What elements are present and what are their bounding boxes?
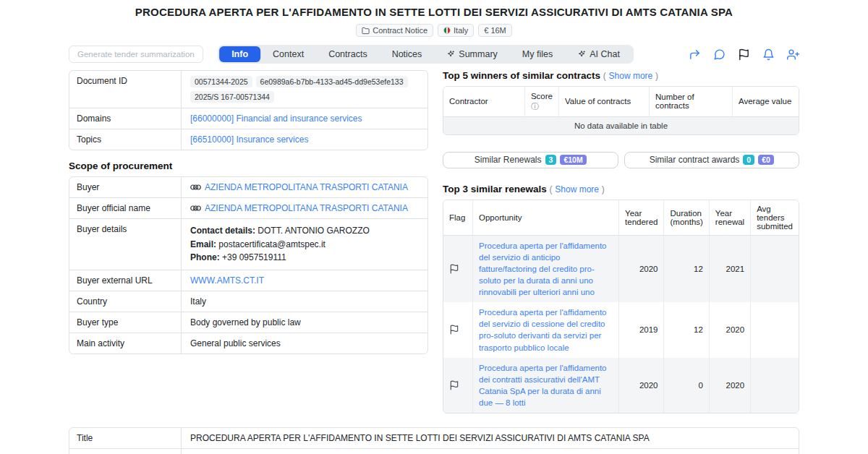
renewals-heading: Top 3 similar renewals ( Show more )	[443, 184, 799, 194]
col-year-renewal: Year renewal	[709, 200, 750, 236]
value-badge: €0	[758, 155, 774, 165]
flag-icon[interactable]	[449, 325, 459, 335]
header-badges: Contract Notice Italy € 16M	[0, 24, 868, 37]
winners-heading: Top 5 winners of similar contracts ( Sho…	[443, 70, 799, 81]
table-row: Reference number P.A. 05/25	[69, 449, 799, 454]
col-average: Average value	[732, 87, 799, 117]
col-contractor: Contractor	[443, 87, 524, 117]
col-year-tendered: Year tendered	[618, 200, 663, 236]
share-icon[interactable]	[689, 48, 701, 61]
tab-notices[interactable]: Notices	[380, 46, 435, 62]
renewals-show-more-link[interactable]: Show more	[555, 184, 599, 194]
organization-icon	[190, 204, 201, 213]
col-score: Score ⓘ	[524, 87, 558, 117]
opportunity-link[interactable]: Procedura aperta per l'affidamento del s…	[479, 240, 613, 298]
page-title: PROCEDURA APERTA PER L'AFFIDAMENTO IN SE…	[0, 6, 868, 18]
document-id-chip: 2025/S 167-00571344	[190, 91, 274, 103]
table-row: Buyer details Contact details: DOTT. ANT…	[69, 219, 427, 270]
generate-summarization-button[interactable]: Generate tender summarization	[69, 46, 203, 63]
organization-icon	[190, 183, 201, 192]
table-row: Main activity General public services	[69, 333, 427, 354]
tab-context[interactable]: Context	[260, 46, 316, 62]
italy-flag-icon	[443, 27, 451, 34]
header-actions	[689, 48, 799, 61]
col-avg-tenders: Avg tenders submitted	[750, 200, 799, 236]
tab-bar: Info Context Contracts Notices Summary M…	[218, 45, 634, 64]
right-column: Top 5 winners of similar contracts ( Sho…	[443, 70, 799, 414]
table-row: Topics [66510000] Insurance services	[69, 129, 427, 150]
domains-link[interactable]: [66000000] Financial and insurance servi…	[190, 113, 362, 124]
tab-info[interactable]: Info	[219, 46, 260, 62]
table-row: Domains [66000000] Financial and insuran…	[69, 108, 427, 129]
opportunity-link[interactable]: Procedura aperta per l'affidamento del s…	[479, 307, 613, 353]
scope-table: Buyer AZIENDA METROPOLITANA TRASPORTI CA…	[69, 176, 428, 354]
no-data-message: No data available in table	[443, 117, 799, 134]
value-badge: €10M	[560, 155, 586, 165]
renewal-buttons: Similar Renewals 3 €10M Similar contract…	[443, 152, 799, 168]
bell-icon[interactable]	[762, 48, 775, 61]
similar-renewals-button[interactable]: Similar Renewals 3 €10M	[443, 152, 618, 168]
notice-type-badge: Contract Notice	[356, 24, 433, 37]
table-row: Document ID 00571344-2025 6e0989a6-b7bb-…	[69, 71, 427, 108]
document-id-chip: 6e0989a6-b7bb-4133-ad45-dd9e53efe133	[256, 76, 408, 87]
value-badge: € 16M	[478, 24, 512, 37]
topics-link[interactable]: [66510000] Insurance services	[190, 134, 308, 145]
col-duration: Duration (months)	[663, 200, 708, 236]
document-info-table: Document ID 00571344-2025 6e0989a6-b7bb-…	[69, 70, 428, 150]
document-id-chip: 00571344-2025	[190, 76, 252, 87]
details-section: Title PROCEDURA APERTA PER L'AFFIDAMENTO…	[69, 427, 799, 454]
opportunity-link[interactable]: Procedura aperta per l'affidamento dei c…	[479, 362, 613, 408]
table-row: Buyer AZIENDA METROPOLITANA TRASPORTI CA…	[69, 177, 427, 198]
buyer-phone: Phone: +39 0957519111	[190, 251, 419, 265]
toolbar: Generate tender summarization Info Conte…	[69, 45, 799, 64]
tab-contracts[interactable]: Contracts	[316, 46, 380, 62]
contact-details: Contact details: DOTT. ANTONIO GAROZZO	[190, 224, 419, 238]
add-user-icon[interactable]	[787, 48, 799, 61]
similar-awards-button[interactable]: Similar contract awards 0 €0	[624, 152, 800, 168]
flag-icon[interactable]	[449, 380, 459, 390]
buyer-link[interactable]: AZIENDA METROPOLITANA TRASPORTI CATANIA	[205, 182, 408, 192]
sparkles-icon	[446, 50, 455, 59]
tab-ai-chat[interactable]: AI Chat	[565, 46, 632, 62]
flag-icon[interactable]	[449, 264, 459, 274]
count-badge: 3	[545, 155, 557, 165]
tender-info-page: PROCEDURA APERTA PER L'AFFIDAMENTO IN SE…	[0, 0, 868, 454]
winners-table: Contractor Score ⓘ Value of contracts Nu…	[443, 86, 799, 135]
scope-heading: Scope of procurement	[69, 160, 428, 171]
tab-summary[interactable]: Summary	[434, 46, 509, 62]
chat-icon[interactable]	[713, 48, 726, 61]
table-row: Title PROCEDURA APERTA PER L'AFFIDAMENTO…	[69, 428, 799, 449]
table-row: Buyer external URL WWW.AMTS.CT.IT	[69, 270, 427, 291]
buyer-email: Email: postacertificata@amtspec.it	[190, 238, 419, 252]
count-badge: 0	[743, 155, 754, 165]
table-row: Procedura aperta per l'affidamento del s…	[443, 302, 799, 357]
tab-my-files[interactable]: My files	[510, 46, 565, 62]
left-column: Document ID 00571344-2025 6e0989a6-b7bb-…	[69, 70, 428, 414]
sparkles-icon	[577, 50, 586, 59]
info-icon[interactable]: ⓘ	[531, 102, 539, 111]
renewals-table: Flag Opportunity Year tendered Duration …	[443, 200, 799, 414]
table-row: Country Italy	[69, 291, 427, 312]
title-value: PROCEDURA APERTA PER L'AFFIDAMENTO IN SE…	[190, 433, 650, 443]
buyer-url-link[interactable]: WWW.AMTS.CT.IT	[190, 275, 264, 286]
buyer-official-link[interactable]: AZIENDA METROPOLITANA TRASPORTI CATANIA	[205, 203, 408, 213]
table-row: Buyer type Body governed by public law	[69, 312, 427, 333]
table-row: Procedura aperta per l'affidamento del s…	[443, 236, 799, 302]
document-icon	[362, 27, 370, 35]
table-row: Buyer official name AZIENDA METROPOLITAN…	[69, 198, 427, 219]
col-flag: Flag	[443, 200, 472, 236]
col-number: Number of contracts	[649, 87, 732, 117]
details-table: Title PROCEDURA APERTA PER L'AFFIDAMENTO…	[69, 427, 799, 454]
country-badge: Italy	[438, 24, 474, 37]
winners-show-more-link[interactable]: Show more	[609, 71, 653, 81]
flag-icon[interactable]	[738, 48, 750, 61]
col-opportunity: Opportunity	[472, 200, 618, 236]
col-value: Value of contracts	[558, 87, 649, 117]
table-row: Procedura aperta per l'affidamento dei c…	[443, 358, 799, 413]
